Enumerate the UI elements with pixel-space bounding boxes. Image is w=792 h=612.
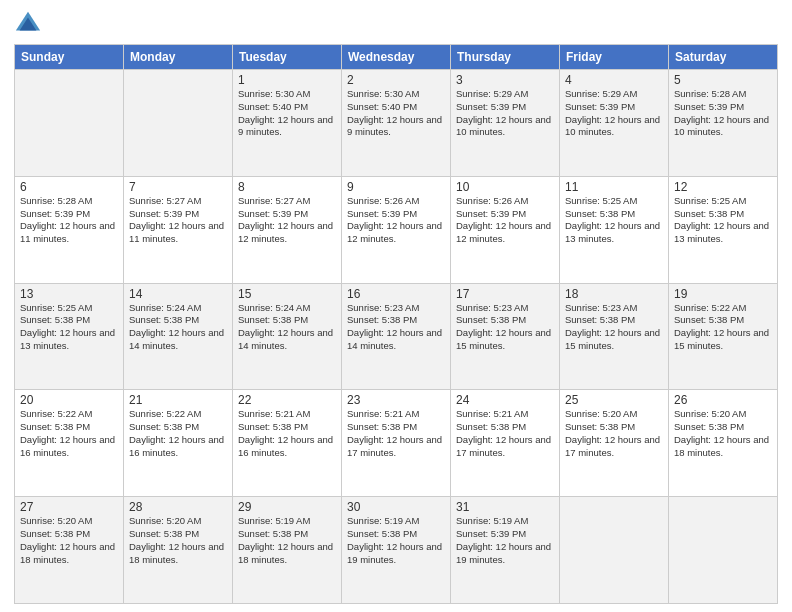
day-number: 21 (129, 393, 227, 407)
day-info: Sunrise: 5:21 AM Sunset: 5:38 PM Dayligh… (347, 408, 445, 459)
calendar-cell: 24Sunrise: 5:21 AM Sunset: 5:38 PM Dayli… (451, 390, 560, 497)
calendar-week-row: 27Sunrise: 5:20 AM Sunset: 5:38 PM Dayli… (15, 497, 778, 604)
calendar-header: SundayMondayTuesdayWednesdayThursdayFrid… (15, 45, 778, 70)
calendar-cell (669, 497, 778, 604)
day-number: 30 (347, 500, 445, 514)
day-number: 5 (674, 73, 772, 87)
calendar-table: SundayMondayTuesdayWednesdayThursdayFrid… (14, 44, 778, 604)
day-info: Sunrise: 5:20 AM Sunset: 5:38 PM Dayligh… (565, 408, 663, 459)
calendar-week-row: 13Sunrise: 5:25 AM Sunset: 5:38 PM Dayli… (15, 283, 778, 390)
day-number: 1 (238, 73, 336, 87)
day-number: 23 (347, 393, 445, 407)
day-info: Sunrise: 5:23 AM Sunset: 5:38 PM Dayligh… (565, 302, 663, 353)
calendar-cell: 30Sunrise: 5:19 AM Sunset: 5:38 PM Dayli… (342, 497, 451, 604)
calendar-cell: 10Sunrise: 5:26 AM Sunset: 5:39 PM Dayli… (451, 176, 560, 283)
weekday-header: Wednesday (342, 45, 451, 70)
weekday-header: Monday (124, 45, 233, 70)
day-number: 14 (129, 287, 227, 301)
calendar-cell: 19Sunrise: 5:22 AM Sunset: 5:38 PM Dayli… (669, 283, 778, 390)
day-info: Sunrise: 5:28 AM Sunset: 5:39 PM Dayligh… (20, 195, 118, 246)
calendar-cell: 9Sunrise: 5:26 AM Sunset: 5:39 PM Daylig… (342, 176, 451, 283)
weekday-header: Tuesday (233, 45, 342, 70)
day-number: 24 (456, 393, 554, 407)
day-info: Sunrise: 5:24 AM Sunset: 5:38 PM Dayligh… (129, 302, 227, 353)
day-number: 11 (565, 180, 663, 194)
calendar-cell: 21Sunrise: 5:22 AM Sunset: 5:38 PM Dayli… (124, 390, 233, 497)
day-info: Sunrise: 5:25 AM Sunset: 5:38 PM Dayligh… (674, 195, 772, 246)
day-number: 17 (456, 287, 554, 301)
day-info: Sunrise: 5:28 AM Sunset: 5:39 PM Dayligh… (674, 88, 772, 139)
day-number: 2 (347, 73, 445, 87)
day-number: 26 (674, 393, 772, 407)
day-info: Sunrise: 5:29 AM Sunset: 5:39 PM Dayligh… (456, 88, 554, 139)
day-info: Sunrise: 5:19 AM Sunset: 5:39 PM Dayligh… (456, 515, 554, 566)
day-info: Sunrise: 5:30 AM Sunset: 5:40 PM Dayligh… (238, 88, 336, 139)
calendar-cell: 20Sunrise: 5:22 AM Sunset: 5:38 PM Dayli… (15, 390, 124, 497)
calendar-cell: 22Sunrise: 5:21 AM Sunset: 5:38 PM Dayli… (233, 390, 342, 497)
calendar-cell: 17Sunrise: 5:23 AM Sunset: 5:38 PM Dayli… (451, 283, 560, 390)
day-number: 15 (238, 287, 336, 301)
day-info: Sunrise: 5:20 AM Sunset: 5:38 PM Dayligh… (674, 408, 772, 459)
day-info: Sunrise: 5:19 AM Sunset: 5:38 PM Dayligh… (238, 515, 336, 566)
calendar-cell: 29Sunrise: 5:19 AM Sunset: 5:38 PM Dayli… (233, 497, 342, 604)
day-info: Sunrise: 5:19 AM Sunset: 5:38 PM Dayligh… (347, 515, 445, 566)
weekday-header: Friday (560, 45, 669, 70)
calendar-cell: 16Sunrise: 5:23 AM Sunset: 5:38 PM Dayli… (342, 283, 451, 390)
day-info: Sunrise: 5:25 AM Sunset: 5:38 PM Dayligh… (20, 302, 118, 353)
day-number: 9 (347, 180, 445, 194)
calendar-cell: 31Sunrise: 5:19 AM Sunset: 5:39 PM Dayli… (451, 497, 560, 604)
calendar-cell: 13Sunrise: 5:25 AM Sunset: 5:38 PM Dayli… (15, 283, 124, 390)
day-info: Sunrise: 5:22 AM Sunset: 5:38 PM Dayligh… (20, 408, 118, 459)
day-number: 6 (20, 180, 118, 194)
calendar-cell: 12Sunrise: 5:25 AM Sunset: 5:38 PM Dayli… (669, 176, 778, 283)
weekday-header: Thursday (451, 45, 560, 70)
calendar-cell: 6Sunrise: 5:28 AM Sunset: 5:39 PM Daylig… (15, 176, 124, 283)
day-info: Sunrise: 5:27 AM Sunset: 5:39 PM Dayligh… (129, 195, 227, 246)
day-info: Sunrise: 5:20 AM Sunset: 5:38 PM Dayligh… (129, 515, 227, 566)
calendar-cell: 8Sunrise: 5:27 AM Sunset: 5:39 PM Daylig… (233, 176, 342, 283)
day-number: 18 (565, 287, 663, 301)
calendar-cell: 7Sunrise: 5:27 AM Sunset: 5:39 PM Daylig… (124, 176, 233, 283)
day-info: Sunrise: 5:25 AM Sunset: 5:38 PM Dayligh… (565, 195, 663, 246)
day-info: Sunrise: 5:23 AM Sunset: 5:38 PM Dayligh… (347, 302, 445, 353)
day-number: 20 (20, 393, 118, 407)
weekday-row: SundayMondayTuesdayWednesdayThursdayFrid… (15, 45, 778, 70)
day-number: 25 (565, 393, 663, 407)
header (14, 10, 778, 38)
day-info: Sunrise: 5:22 AM Sunset: 5:38 PM Dayligh… (674, 302, 772, 353)
day-info: Sunrise: 5:20 AM Sunset: 5:38 PM Dayligh… (20, 515, 118, 566)
day-info: Sunrise: 5:29 AM Sunset: 5:39 PM Dayligh… (565, 88, 663, 139)
day-number: 8 (238, 180, 336, 194)
logo-icon (14, 10, 42, 38)
day-number: 29 (238, 500, 336, 514)
day-number: 13 (20, 287, 118, 301)
weekday-header: Saturday (669, 45, 778, 70)
day-number: 28 (129, 500, 227, 514)
day-number: 22 (238, 393, 336, 407)
calendar-cell: 15Sunrise: 5:24 AM Sunset: 5:38 PM Dayli… (233, 283, 342, 390)
calendar-cell: 14Sunrise: 5:24 AM Sunset: 5:38 PM Dayli… (124, 283, 233, 390)
calendar-cell: 18Sunrise: 5:23 AM Sunset: 5:38 PM Dayli… (560, 283, 669, 390)
day-number: 27 (20, 500, 118, 514)
day-number: 7 (129, 180, 227, 194)
day-number: 12 (674, 180, 772, 194)
calendar-cell (124, 70, 233, 177)
calendar-cell: 27Sunrise: 5:20 AM Sunset: 5:38 PM Dayli… (15, 497, 124, 604)
calendar-cell: 11Sunrise: 5:25 AM Sunset: 5:38 PM Dayli… (560, 176, 669, 283)
page: SundayMondayTuesdayWednesdayThursdayFrid… (0, 0, 792, 612)
calendar-cell: 1Sunrise: 5:30 AM Sunset: 5:40 PM Daylig… (233, 70, 342, 177)
day-number: 19 (674, 287, 772, 301)
day-info: Sunrise: 5:21 AM Sunset: 5:38 PM Dayligh… (456, 408, 554, 459)
calendar-cell: 4Sunrise: 5:29 AM Sunset: 5:39 PM Daylig… (560, 70, 669, 177)
calendar-week-row: 1Sunrise: 5:30 AM Sunset: 5:40 PM Daylig… (15, 70, 778, 177)
day-number: 4 (565, 73, 663, 87)
calendar-cell: 5Sunrise: 5:28 AM Sunset: 5:39 PM Daylig… (669, 70, 778, 177)
day-info: Sunrise: 5:27 AM Sunset: 5:39 PM Dayligh… (238, 195, 336, 246)
day-number: 3 (456, 73, 554, 87)
logo (14, 10, 46, 38)
calendar-cell: 23Sunrise: 5:21 AM Sunset: 5:38 PM Dayli… (342, 390, 451, 497)
day-info: Sunrise: 5:23 AM Sunset: 5:38 PM Dayligh… (456, 302, 554, 353)
calendar-cell: 25Sunrise: 5:20 AM Sunset: 5:38 PM Dayli… (560, 390, 669, 497)
calendar-cell: 26Sunrise: 5:20 AM Sunset: 5:38 PM Dayli… (669, 390, 778, 497)
day-info: Sunrise: 5:22 AM Sunset: 5:38 PM Dayligh… (129, 408, 227, 459)
